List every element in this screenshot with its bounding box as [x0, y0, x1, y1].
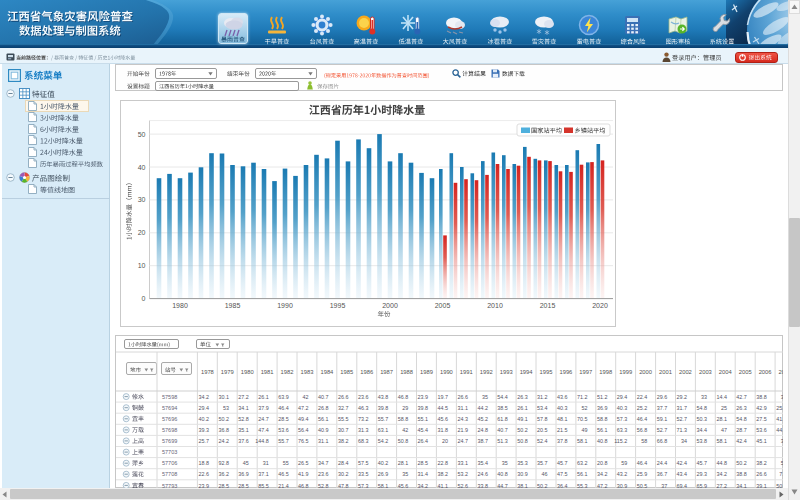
- svg-text:30.9: 30.9: [517, 471, 528, 477]
- svg-text:49.1: 49.1: [517, 416, 528, 422]
- svg-text:59.1: 59.1: [657, 416, 668, 422]
- svg-text:54.8: 54.8: [736, 416, 747, 422]
- svg-text:35.4: 35.4: [477, 460, 488, 466]
- svg-text:1988: 1988: [400, 369, 413, 375]
- svg-text:34.2: 34.2: [597, 471, 608, 477]
- svg-text:38.5: 38.5: [497, 405, 508, 411]
- svg-text:71.3: 71.3: [677, 427, 688, 433]
- svg-text:38.2: 38.2: [438, 471, 449, 477]
- svg-text:53.6: 53.6: [756, 427, 767, 433]
- svg-text:68.3: 68.3: [358, 438, 369, 444]
- svg-text:57706: 57706: [162, 460, 177, 466]
- svg-text:37.9: 37.9: [258, 405, 269, 411]
- svg-text:51.2: 51.2: [597, 394, 608, 400]
- svg-text:1995: 1995: [540, 369, 553, 375]
- svg-text:38.2: 38.2: [756, 460, 767, 466]
- svg-text:1998: 1998: [599, 369, 612, 375]
- svg-text:52.7: 52.7: [657, 427, 668, 433]
- svg-text:24.7: 24.7: [458, 438, 469, 444]
- svg-text:45.6: 45.6: [438, 416, 449, 422]
- svg-text:35: 35: [402, 471, 408, 477]
- svg-text:47: 47: [721, 427, 727, 433]
- svg-text:1978: 1978: [201, 369, 214, 375]
- svg-text:22.6: 22.6: [199, 471, 210, 477]
- svg-text:28.1: 28.1: [398, 460, 409, 466]
- svg-text:29: 29: [402, 405, 408, 411]
- svg-text:52.8: 52.8: [238, 416, 249, 422]
- svg-text:14.4: 14.4: [716, 394, 727, 400]
- svg-text:2002: 2002: [679, 369, 692, 375]
- svg-text:54.4: 54.4: [497, 394, 508, 400]
- svg-text:57696: 57696: [162, 416, 177, 422]
- svg-text:61.8: 61.8: [497, 416, 508, 422]
- svg-text:34: 34: [681, 438, 687, 444]
- svg-text:52.7: 52.7: [677, 416, 688, 422]
- svg-text:43.4: 43.4: [677, 471, 688, 477]
- svg-text:46.4: 46.4: [278, 405, 289, 411]
- svg-text:46.5: 46.5: [278, 471, 289, 477]
- svg-text:53.2: 53.2: [458, 471, 469, 477]
- svg-text:52: 52: [582, 405, 588, 411]
- svg-text:28.1: 28.1: [716, 416, 727, 422]
- svg-text:25: 25: [721, 405, 727, 411]
- svg-text:66.8: 66.8: [657, 438, 668, 444]
- svg-text:40.2: 40.2: [378, 460, 389, 466]
- svg-text:1983: 1983: [301, 369, 314, 375]
- svg-text:44.5: 44.5: [438, 405, 449, 411]
- svg-text:58.8: 58.8: [597, 416, 608, 422]
- svg-text:19.7: 19.7: [438, 394, 449, 400]
- svg-text:26.4: 26.4: [418, 438, 429, 444]
- svg-text:56.4: 56.4: [298, 427, 309, 433]
- svg-text:28.5: 28.5: [418, 460, 429, 466]
- svg-text:58.1: 58.1: [577, 438, 588, 444]
- svg-text:1996: 1996: [559, 369, 572, 375]
- svg-text:29.6: 29.6: [657, 394, 668, 400]
- svg-text:42.9: 42.9: [756, 405, 767, 411]
- svg-text:40.7: 40.7: [497, 427, 508, 433]
- svg-text:30.2: 30.2: [338, 471, 349, 477]
- svg-text:35: 35: [502, 460, 508, 466]
- svg-text:50.8: 50.8: [517, 438, 528, 444]
- svg-text:50.3: 50.3: [697, 416, 708, 422]
- svg-text:26.6: 26.6: [338, 394, 349, 400]
- svg-text:54.2: 54.2: [378, 438, 389, 444]
- svg-text:24.2: 24.2: [218, 438, 229, 444]
- svg-text:1993: 1993: [500, 369, 513, 375]
- svg-text:42.4: 42.4: [736, 438, 747, 444]
- svg-text:57694: 57694: [162, 405, 177, 411]
- svg-text:46.4: 46.4: [637, 416, 648, 422]
- svg-text:46.3: 46.3: [358, 405, 369, 411]
- svg-text:24.6: 24.6: [477, 471, 488, 477]
- svg-text:49: 49: [582, 427, 588, 433]
- svg-text:40.3: 40.3: [617, 405, 628, 411]
- svg-text:43.8: 43.8: [378, 394, 389, 400]
- svg-text:21.9: 21.9: [458, 427, 469, 433]
- svg-text:42.7: 42.7: [736, 394, 747, 400]
- svg-text:36.7: 36.7: [657, 471, 668, 477]
- svg-text:43.6: 43.6: [557, 394, 568, 400]
- svg-text:36.9: 36.9: [238, 471, 249, 477]
- svg-text:46.4: 46.4: [637, 460, 648, 466]
- svg-text:56.8: 56.8: [637, 427, 648, 433]
- svg-text:33.5: 33.5: [358, 471, 369, 477]
- svg-text:44.8: 44.8: [716, 460, 727, 466]
- svg-text:26.3: 26.3: [736, 405, 747, 411]
- svg-text:59: 59: [621, 460, 627, 466]
- svg-text:26.6: 26.6: [458, 394, 469, 400]
- svg-text:31: 31: [263, 460, 269, 466]
- svg-text:49.4: 49.4: [298, 416, 309, 422]
- svg-text:34.2: 34.2: [716, 471, 727, 477]
- svg-text:7.3: 7.3: [779, 471, 787, 477]
- svg-text:2004: 2004: [719, 369, 733, 375]
- svg-text:144.8: 144.8: [255, 438, 269, 444]
- svg-text:26.9: 26.9: [378, 471, 389, 477]
- svg-text:42.4: 42.4: [677, 460, 688, 466]
- svg-text:28.5: 28.5: [278, 416, 289, 422]
- svg-text:34.2: 34.2: [199, 394, 210, 400]
- svg-text:2001: 2001: [659, 369, 672, 375]
- svg-text:31.3: 31.3: [358, 427, 369, 433]
- svg-text:30.1: 30.1: [218, 394, 229, 400]
- svg-text:1984: 1984: [320, 369, 334, 375]
- svg-text:25.2: 25.2: [637, 405, 648, 411]
- svg-text:26.1: 26.1: [258, 394, 269, 400]
